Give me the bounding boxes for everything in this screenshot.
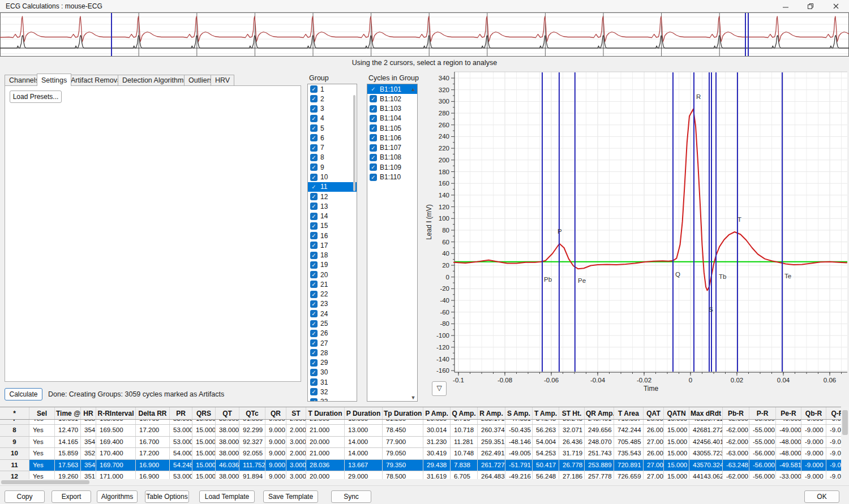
checkbox-checked-icon[interactable]: ✓ xyxy=(310,388,318,395)
table-header-cell[interactable]: T Duration xyxy=(306,407,345,419)
checkbox-checked-icon[interactable]: ✓ xyxy=(310,281,318,288)
group-item[interactable]: ✓14 xyxy=(308,211,357,221)
checkbox-checked-icon[interactable]: ✓ xyxy=(310,163,318,171)
group-item[interactable]: ✓23 xyxy=(308,299,357,309)
group-item[interactable]: ✓9 xyxy=(308,162,357,172)
checkbox-checked-icon[interactable]: ✓ xyxy=(370,154,377,161)
table-header-cell[interactable]: Pe-R xyxy=(776,407,801,419)
group-item[interactable]: ✓28 xyxy=(308,348,357,357)
table-header-cell[interactable]: Sel xyxy=(29,407,55,419)
cycle-item[interactable]: ✓B1:103 xyxy=(367,104,417,114)
ecg-overview-strip[interactable] xyxy=(0,12,849,57)
ok-button[interactable]: OK xyxy=(804,490,839,503)
cycle-item[interactable]: ✓B1:104 xyxy=(367,114,417,123)
checkbox-checked-icon[interactable]: ✓ xyxy=(310,124,318,132)
table-header-cell[interactable]: PR xyxy=(170,407,192,419)
table-row[interactable]: 11Yes17.563354169.70016.90054.24815.0004… xyxy=(0,460,841,471)
calculate-button[interactable]: Calculate xyxy=(5,388,42,400)
checkbox-checked-icon[interactable]: ✓ xyxy=(310,183,318,191)
checkbox-checked-icon[interactable]: ✓ xyxy=(370,115,377,122)
cycle-item[interactable]: ✓B1:102 xyxy=(367,94,417,104)
table-header-cell[interactable]: QATN xyxy=(664,407,689,419)
group-item[interactable]: ✓27 xyxy=(308,338,357,348)
table-header-cell[interactable]: Q-R xyxy=(826,407,841,419)
tab-hrv[interactable]: HRV xyxy=(211,75,234,85)
group-item[interactable]: ✓22 xyxy=(308,290,357,299)
checkbox-checked-icon[interactable]: ✓ xyxy=(370,144,377,152)
close-button[interactable] xyxy=(826,0,846,12)
table-row[interactable]: 12Yes19.260351171.00016.90053.00015.0003… xyxy=(0,471,841,479)
table-options-button[interactable]: Table Options xyxy=(145,490,189,503)
table-header-cell[interactable]: S Amp. xyxy=(505,407,533,419)
group-item[interactable]: ✓18 xyxy=(308,251,357,260)
algorithms-button[interactable]: Algorithms xyxy=(97,490,138,503)
cycles-scroll-up-icon[interactable]: ▲ xyxy=(410,85,417,92)
checkbox-checked-icon[interactable]: ✓ xyxy=(310,349,318,356)
table-header-cell[interactable]: T Area xyxy=(614,407,644,419)
checkbox-checked-icon[interactable]: ✓ xyxy=(310,359,318,367)
cycle-item[interactable]: ✓B1:110 xyxy=(367,172,417,182)
cycle-item[interactable]: ✓B1:108 xyxy=(367,153,417,162)
checkbox-checked-icon[interactable]: ✓ xyxy=(310,339,318,347)
cycles-scroll-down-icon[interactable]: ▼ xyxy=(410,393,417,400)
checkbox-checked-icon[interactable]: ✓ xyxy=(310,261,318,269)
checkbox-checked-icon[interactable]: ✓ xyxy=(370,105,377,113)
sync-button[interactable]: Sync xyxy=(331,490,371,503)
group-item[interactable]: ✓7 xyxy=(308,143,357,153)
load-presets-button[interactable]: Load Presets... xyxy=(10,91,62,103)
group-item[interactable]: ✓3 xyxy=(308,104,357,114)
group-item[interactable]: ✓26 xyxy=(308,329,357,338)
cycle-item[interactable]: ✓B1:105 xyxy=(367,123,417,133)
group-item[interactable]: ✓12 xyxy=(308,192,357,201)
checkbox-checked-icon[interactable]: ✓ xyxy=(310,193,318,200)
checkbox-checked-icon[interactable]: ✓ xyxy=(310,330,318,337)
table-header-cell[interactable]: ST xyxy=(286,407,306,419)
group-item[interactable]: ✓10 xyxy=(308,172,357,182)
table-header-cell[interactable]: Time @R xyxy=(55,407,81,419)
minimize-button[interactable] xyxy=(776,0,795,12)
group-item[interactable]: ✓2 xyxy=(308,94,357,104)
checkbox-checked-icon[interactable]: ✓ xyxy=(310,154,318,161)
group-item[interactable]: ✓13 xyxy=(308,201,357,211)
group-list[interactable]: ✓1✓2✓3✓4✓5✓6✓7✓8✓9✓10✓11✓12✓13✓14✓15✓16✓… xyxy=(307,84,357,402)
checkbox-checked-icon[interactable]: ✓ xyxy=(310,378,318,386)
group-item[interactable]: ✓29 xyxy=(308,357,357,367)
table-header-cell[interactable]: R Amp. xyxy=(478,407,505,419)
table-header-cell[interactable]: P-R xyxy=(749,407,776,419)
table-header-cell[interactable]: T Amp. xyxy=(533,407,559,419)
table-header-cell[interactable]: QAT xyxy=(644,407,664,419)
table-header-cell[interactable]: HR xyxy=(81,407,96,419)
checkbox-checked-icon[interactable]: ✓ xyxy=(310,213,318,220)
group-item[interactable]: ✓8 xyxy=(308,153,357,162)
table-hscrollbar-thumb[interactable] xyxy=(1,480,89,484)
group-item[interactable]: ✓5 xyxy=(308,123,357,133)
table-header-cell[interactable]: * xyxy=(0,407,29,419)
checkbox-checked-icon[interactable]: ✓ xyxy=(310,95,318,102)
table-header-cell[interactable]: Q Amp. xyxy=(451,407,478,419)
group-item[interactable]: ✓31 xyxy=(308,377,357,387)
checkbox-checked-icon[interactable]: ✓ xyxy=(310,85,318,93)
checkbox-checked-icon[interactable]: ✓ xyxy=(310,232,318,239)
table-header-cell[interactable]: QR Amp. xyxy=(585,407,614,419)
group-item[interactable]: ✓19 xyxy=(308,260,357,270)
table-header-cell[interactable]: P Amp. xyxy=(423,407,451,419)
restore-button[interactable] xyxy=(801,0,820,12)
copy-button[interactable]: Copy xyxy=(5,490,45,503)
checkbox-checked-icon[interactable]: ✓ xyxy=(310,291,318,298)
group-item[interactable]: ✓11 xyxy=(308,182,357,192)
cycle-item[interactable]: ✓B1:107 xyxy=(367,143,417,153)
load-template-button[interactable]: Load Template xyxy=(199,490,255,503)
group-item[interactable]: ✓32 xyxy=(308,387,357,397)
checkbox-checked-icon[interactable]: ✓ xyxy=(310,105,318,113)
checkbox-checked-icon[interactable]: ✓ xyxy=(370,134,377,141)
group-item[interactable]: ✓6 xyxy=(308,133,357,143)
checkbox-checked-icon[interactable]: ✓ xyxy=(310,203,318,210)
table-header-cell[interactable]: QTc xyxy=(239,407,265,419)
group-item[interactable]: ✓24 xyxy=(308,309,357,318)
tab-detection-algorithms[interactable]: Detection Algorithms xyxy=(118,75,192,85)
group-item[interactable]: ✓17 xyxy=(308,240,357,250)
checkbox-checked-icon[interactable]: ✓ xyxy=(310,174,318,181)
ecg-cycle-chart[interactable]: -160-140-120-100-80-60-40-20020406080100… xyxy=(422,69,849,406)
table-row[interactable]: 7Yes10.661355168.90016.70053.00015.00038… xyxy=(0,420,841,425)
checkbox-checked-icon[interactable]: ✓ xyxy=(310,271,318,278)
